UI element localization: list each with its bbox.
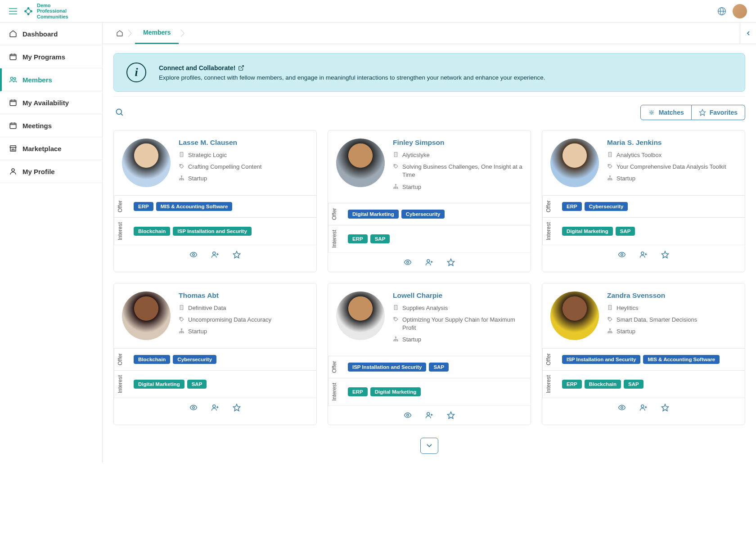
breadcrumb-current[interactable]: Members xyxy=(135,22,179,44)
svg-line-25 xyxy=(241,65,243,68)
external-link-icon[interactable] xyxy=(238,65,244,71)
favorite-icon[interactable] xyxy=(233,404,241,412)
collapse-icon[interactable] xyxy=(740,22,756,44)
card-info: Maria S. JenkinsAnalytics ToolboxYour Co… xyxy=(607,139,737,187)
offer-tag[interactable]: ISP Installation and Security xyxy=(348,363,426,372)
member-name[interactable]: Zandra Svensson xyxy=(607,291,737,300)
connect-icon[interactable] xyxy=(211,251,219,259)
card-info: Lowell CharpieSupplies AnalysisOptimizin… xyxy=(393,291,522,348)
connect-icon[interactable] xyxy=(639,404,648,412)
offer-tag[interactable]: ERP xyxy=(134,202,153,211)
interest-tag[interactable]: SAP xyxy=(624,380,644,389)
load-more xyxy=(113,438,745,454)
hamburger-icon[interactable] xyxy=(9,8,17,14)
member-name[interactable]: Thomas Abt xyxy=(179,291,308,300)
matches-button[interactable]: Matches xyxy=(640,105,692,120)
interest-tag[interactable]: SAP xyxy=(616,227,635,236)
interest-tag[interactable]: SAP xyxy=(370,234,390,243)
favorite-icon[interactable] xyxy=(661,251,669,259)
offer-tag[interactable]: Cybersecurity xyxy=(401,210,445,219)
tag-icon xyxy=(179,163,184,169)
interest-tag[interactable]: ERP xyxy=(562,380,582,389)
member-avatar[interactable] xyxy=(122,139,171,187)
search-icon[interactable] xyxy=(113,106,126,119)
interest-tag[interactable]: Blockchain xyxy=(585,380,621,389)
store-icon xyxy=(9,144,17,152)
favorite-icon[interactable] xyxy=(233,251,241,259)
breadcrumb-home-icon[interactable] xyxy=(112,30,128,37)
svg-point-46 xyxy=(181,176,182,177)
sidebar-item-my-profile[interactable]: My Profile xyxy=(0,160,102,183)
member-company: Definitive Data xyxy=(179,304,308,312)
sidebar-item-dashboard[interactable]: Dashboard xyxy=(0,22,102,45)
toolbar: Matches Favorites xyxy=(113,96,745,130)
interest-tag[interactable]: Digital Marketing xyxy=(370,387,421,396)
svg-point-113 xyxy=(180,332,180,333)
sidebar-item-members[interactable]: Members xyxy=(0,68,102,91)
favorite-icon[interactable] xyxy=(661,404,669,412)
member-name[interactable]: Lasse M. Clausen xyxy=(179,139,308,147)
interest-section: InterestBlockchainISP Installation and S… xyxy=(114,217,316,245)
user-avatar[interactable] xyxy=(733,4,747,18)
offer-section: OfferERPMIS & Accounting Software xyxy=(114,195,316,217)
view-icon[interactable] xyxy=(404,411,412,419)
globe-icon[interactable] xyxy=(717,7,726,16)
sidebar-item-my-availability[interactable]: My Availability xyxy=(0,91,102,114)
member-name[interactable]: Maria S. Jenkins xyxy=(607,139,737,147)
offer-tag[interactable]: Blockchain xyxy=(134,355,170,364)
offer-section: OfferBlockchainCybersecurity xyxy=(114,348,316,370)
chevron-right-icon xyxy=(180,29,185,37)
svg-point-99 xyxy=(621,254,623,256)
sidebar-item-marketplace[interactable]: Marketplace xyxy=(0,137,102,160)
favorites-button[interactable]: Favorites xyxy=(692,105,745,120)
member-avatar[interactable] xyxy=(336,291,385,340)
offer-tag[interactable]: ERP xyxy=(562,202,582,211)
offer-tag[interactable]: ISP Installation and Security xyxy=(562,355,640,364)
offer-tag[interactable]: MIS & Accounting Software xyxy=(643,355,720,364)
connect-icon[interactable] xyxy=(211,404,219,412)
sidebar-item-my-programs[interactable]: My Programs xyxy=(0,45,102,68)
member-avatar[interactable] xyxy=(336,139,385,187)
svg-point-14 xyxy=(10,77,13,79)
interest-tag[interactable]: Digital Marketing xyxy=(134,380,184,389)
offer-tag[interactable]: SAP xyxy=(429,363,449,372)
member-name[interactable]: Lowell Charpie xyxy=(393,291,522,300)
member-avatar[interactable] xyxy=(122,291,171,340)
view-icon[interactable] xyxy=(189,404,198,412)
svg-point-100 xyxy=(641,252,644,255)
interest-tag[interactable]: SAP xyxy=(187,380,207,389)
info-title-text: Connect and Collaborate! xyxy=(159,64,235,72)
member-type: Startup xyxy=(393,183,522,191)
interest-tag[interactable]: Blockchain xyxy=(134,227,170,236)
offer-tag[interactable]: Cybersecurity xyxy=(585,202,628,211)
matches-label: Matches xyxy=(659,109,684,116)
member-name[interactable]: Finley Simpson xyxy=(393,139,522,147)
offer-tag[interactable]: MIS & Accounting Software xyxy=(156,202,233,211)
view-icon[interactable] xyxy=(618,404,626,412)
connect-icon[interactable] xyxy=(425,258,433,266)
view-icon[interactable] xyxy=(189,251,198,259)
member-avatar[interactable] xyxy=(550,139,599,187)
view-icon[interactable] xyxy=(618,251,626,259)
interest-tag[interactable]: ERP xyxy=(348,234,368,243)
svg-marker-59 xyxy=(234,251,240,258)
logo[interactable]: Demo Professional Communities xyxy=(22,3,68,19)
connect-icon[interactable] xyxy=(425,411,433,419)
interest-tag[interactable]: ERP xyxy=(348,387,368,396)
load-more-button[interactable] xyxy=(420,438,438,454)
favorite-icon[interactable] xyxy=(447,258,455,266)
connect-icon[interactable] xyxy=(639,251,648,259)
favorites-label: Favorites xyxy=(710,109,738,116)
svg-point-49 xyxy=(183,179,184,180)
offer-tag[interactable]: Digital Marketing xyxy=(348,210,399,219)
view-icon[interactable] xyxy=(404,258,412,266)
interest-tag[interactable]: ISP Installation and Security xyxy=(173,227,251,236)
member-avatar[interactable] xyxy=(550,291,599,340)
sidebar-item-meetings[interactable]: Meetings xyxy=(0,114,102,137)
interest-tag[interactable]: Digital Marketing xyxy=(562,227,613,236)
svg-point-47 xyxy=(180,179,180,180)
offer-tag[interactable]: Cybersecurity xyxy=(173,355,216,364)
favorite-icon[interactable] xyxy=(447,411,455,419)
member-tagline: Uncompromising Data Accuracy xyxy=(179,316,308,324)
tag-icon xyxy=(393,163,399,169)
